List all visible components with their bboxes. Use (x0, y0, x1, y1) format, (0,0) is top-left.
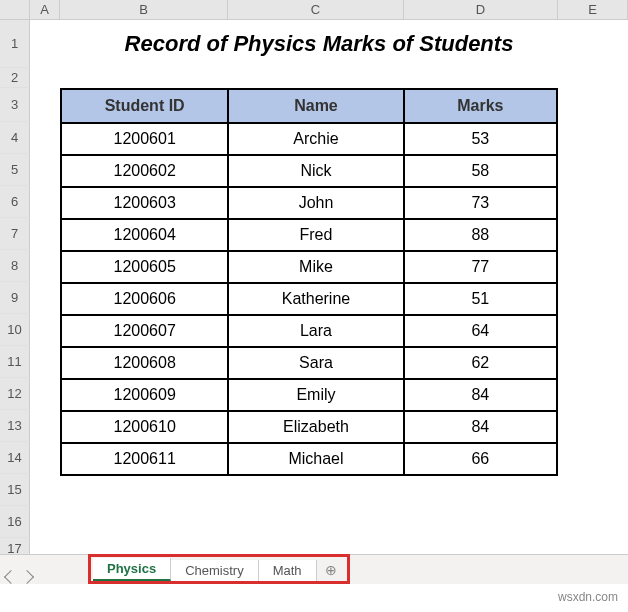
row-header-2[interactable]: 2 (0, 68, 30, 88)
cell-marks[interactable]: 62 (404, 347, 557, 379)
cell-name[interactable]: Lara (228, 315, 403, 347)
col-header-b[interactable]: B (60, 0, 228, 19)
row-header-9[interactable]: 9 (0, 282, 30, 314)
cell-name[interactable]: Michael (228, 443, 403, 475)
col-header-c[interactable]: C (228, 0, 404, 19)
row-header-14[interactable]: 14 (0, 442, 30, 474)
table-header-row: Student ID Name Marks (61, 89, 557, 123)
cell-marks[interactable]: 88 (404, 219, 557, 251)
row-header-1[interactable]: 1 (0, 20, 30, 68)
row-header-6[interactable]: 6 (0, 186, 30, 218)
cell-marks[interactable]: 51 (404, 283, 557, 315)
spreadsheet-grid: A B C D E 1 2 3 4 5 6 7 8 9 10 11 12 13 … (0, 0, 628, 560)
tab-nav-buttons (0, 572, 38, 584)
cell-student-id[interactable]: 1200601 (61, 123, 228, 155)
select-all-corner[interactable] (0, 0, 30, 20)
table-row: 1200602 Nick 58 (61, 155, 557, 187)
row-header-7[interactable]: 7 (0, 218, 30, 250)
cell-name[interactable]: Mike (228, 251, 403, 283)
tab-nav-next-icon[interactable] (20, 570, 34, 584)
table-row: 1200609 Emily 84 (61, 379, 557, 411)
row-header-11[interactable]: 11 (0, 346, 30, 378)
row-header-12[interactable]: 12 (0, 378, 30, 410)
cell-student-id[interactable]: 1200607 (61, 315, 228, 347)
header-student-id[interactable]: Student ID (61, 89, 228, 123)
cell-student-id[interactable]: 1200605 (61, 251, 228, 283)
row-header-4[interactable]: 4 (0, 122, 30, 154)
table-row: 1200603 John 73 (61, 187, 557, 219)
cell-name[interactable]: John (228, 187, 403, 219)
table-row: 1200604 Fred 88 (61, 219, 557, 251)
row-header-3[interactable]: 3 (0, 88, 30, 122)
row-header-15[interactable]: 15 (0, 474, 30, 506)
row-header-10[interactable]: 10 (0, 314, 30, 346)
data-table: Student ID Name Marks 1200601 Archie 53 … (60, 88, 558, 476)
cell-name[interactable]: Nick (228, 155, 403, 187)
sheet-tab-bar: Physics Chemistry Math ⊕ (0, 554, 628, 584)
table-row: 1200608 Sara 62 (61, 347, 557, 379)
cell-name[interactable]: Elizabeth (228, 411, 403, 443)
cell-name[interactable]: Sara (228, 347, 403, 379)
table-row: 1200601 Archie 53 (61, 123, 557, 155)
cell-student-id[interactable]: 1200602 (61, 155, 228, 187)
cell-name[interactable]: Katherine (228, 283, 403, 315)
sheet-tab-math[interactable]: Math (259, 560, 317, 581)
row-header-5[interactable]: 5 (0, 154, 30, 186)
header-marks[interactable]: Marks (404, 89, 557, 123)
cell-marks[interactable]: 66 (404, 443, 557, 475)
row-header-16[interactable]: 16 (0, 506, 30, 538)
table-row: 1200606 Katherine 51 (61, 283, 557, 315)
cell-student-id[interactable]: 1200608 (61, 347, 228, 379)
cell-student-id[interactable]: 1200610 (61, 411, 228, 443)
page-title: Record of Physics Marks of Students (125, 31, 514, 57)
add-sheet-button[interactable]: ⊕ (317, 559, 345, 581)
cell-marks[interactable]: 84 (404, 379, 557, 411)
cell-student-id[interactable]: 1200606 (61, 283, 228, 315)
cell-student-id[interactable]: 1200604 (61, 219, 228, 251)
col-header-a[interactable]: A (30, 0, 60, 19)
cell-student-id[interactable]: 1200611 (61, 443, 228, 475)
cell-marks[interactable]: 73 (404, 187, 557, 219)
blank-row[interactable] (30, 68, 628, 88)
column-headers: A B C D E (0, 0, 628, 20)
sheet-tab-chemistry[interactable]: Chemistry (171, 560, 259, 581)
row-headers: 1 2 3 4 5 6 7 8 9 10 11 12 13 14 15 16 1… (0, 20, 30, 560)
col-header-d[interactable]: D (404, 0, 558, 19)
row-header-13[interactable]: 13 (0, 410, 30, 442)
tabs-highlight-box: Physics Chemistry Math ⊕ (88, 554, 350, 584)
cell-student-id[interactable]: 1200603 (61, 187, 228, 219)
cell-name[interactable]: Fred (228, 219, 403, 251)
cell-name[interactable]: Emily (228, 379, 403, 411)
cell-name[interactable]: Archie (228, 123, 403, 155)
cell-marks[interactable]: 53 (404, 123, 557, 155)
col-header-e[interactable]: E (558, 0, 628, 19)
table-row: 1200611 Michael 66 (61, 443, 557, 475)
cell-marks[interactable]: 84 (404, 411, 557, 443)
row-header-8[interactable]: 8 (0, 250, 30, 282)
table-row: 1200607 Lara 64 (61, 315, 557, 347)
cell-marks[interactable]: 64 (404, 315, 557, 347)
table-row: 1200610 Elizabeth 84 (61, 411, 557, 443)
title-row[interactable]: Record of Physics Marks of Students (30, 20, 628, 68)
sheet-tab-physics[interactable]: Physics (93, 558, 171, 581)
content-area: Record of Physics Marks of Students Stud… (30, 20, 628, 476)
tab-nav-prev-icon[interactable] (4, 570, 18, 584)
header-name[interactable]: Name (228, 89, 403, 123)
cell-student-id[interactable]: 1200609 (61, 379, 228, 411)
cell-marks[interactable]: 58 (404, 155, 557, 187)
table-row: 1200605 Mike 77 (61, 251, 557, 283)
cell-marks[interactable]: 77 (404, 251, 557, 283)
watermark-text: wsxdn.com (558, 590, 618, 604)
